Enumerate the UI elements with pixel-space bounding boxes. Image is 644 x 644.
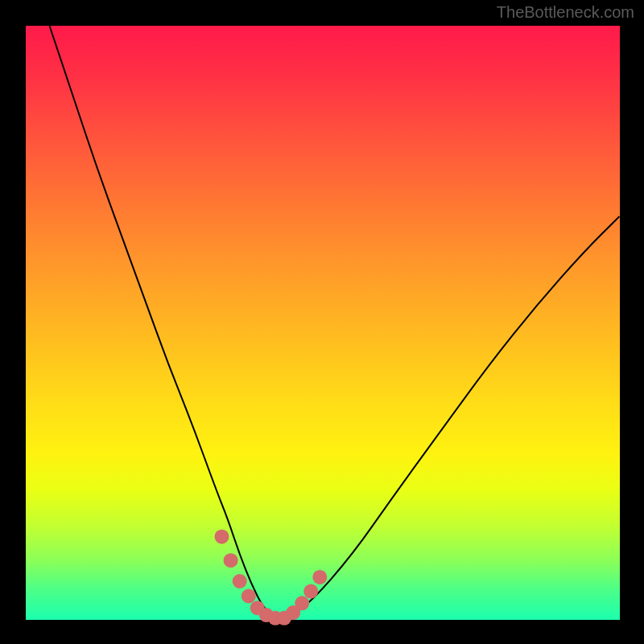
highlight-dot	[224, 553, 238, 568]
highlight-dot	[312, 570, 327, 584]
watermark-text: TheBottleneck.com	[497, 3, 634, 22]
valley-highlight-dots	[215, 530, 328, 625]
bottleneck-curve-line	[50, 26, 621, 618]
highlight-dot	[303, 584, 318, 599]
highlight-dot	[242, 589, 256, 604]
highlight-dot	[215, 530, 229, 544]
chart-plot-area	[26, 26, 620, 620]
highlight-dot	[233, 574, 247, 588]
chart-svg	[26, 26, 620, 620]
highlight-dot	[295, 596, 309, 610]
